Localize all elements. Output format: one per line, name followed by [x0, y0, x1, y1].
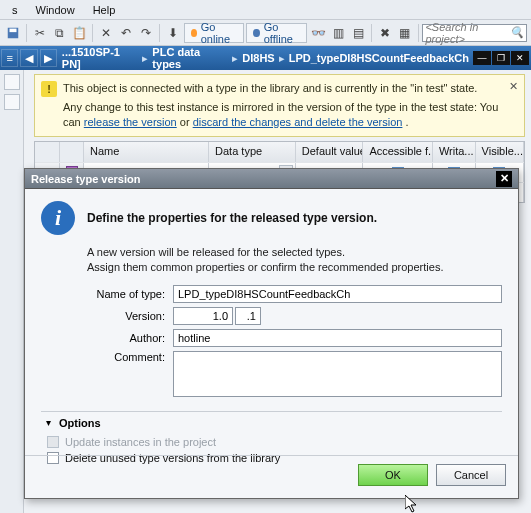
warning-end: . — [405, 116, 408, 128]
dialog-close-icon[interactable]: ✕ — [496, 171, 512, 187]
crumb-di8hs[interactable]: DI8HS — [238, 52, 278, 64]
menu-item-s[interactable]: s — [4, 2, 26, 18]
window-close-icon[interactable]: ✕ — [511, 51, 529, 65]
ok-button[interactable]: OK — [358, 464, 428, 486]
version-major-field[interactable] — [173, 307, 233, 325]
name-of-type-field[interactable] — [173, 285, 502, 303]
nav-back-icon[interactable]: ◀ — [20, 49, 37, 67]
main-toolbar: ✂ ⧉ 📋 ✕ ↶ ↷ ⬇ Go online Go offline 👓 ▥ ▤… — [0, 20, 531, 46]
tool-copy-icon[interactable]: ⧉ — [51, 22, 69, 44]
tool-download-icon[interactable]: ⬇ — [164, 22, 182, 44]
col-name[interactable]: Name — [84, 142, 209, 162]
col-default[interactable]: Default value — [296, 142, 364, 162]
toolstrip-btn-1[interactable] — [4, 74, 20, 90]
dialog-title-text: Release type version — [31, 173, 140, 185]
label-author: Author: — [87, 332, 173, 344]
label-comment: Comment: — [87, 351, 173, 363]
tool-grid-icon[interactable]: ▦ — [396, 22, 414, 44]
toolstrip-btn-2[interactable] — [4, 94, 20, 110]
nav-fwd-icon[interactable]: ▶ — [40, 49, 57, 67]
crumb-type[interactable]: LPD_typeDI8HSCountFeedbackCh — [285, 52, 473, 64]
author-field[interactable] — [173, 329, 502, 347]
svg-rect-1 — [9, 28, 16, 32]
dialog-heading: Define the properties for the released t… — [87, 211, 377, 225]
dialog-sub2: Assign them common properties or confirm… — [87, 260, 502, 275]
options-title: Options — [59, 417, 101, 429]
go-online-label: Go online — [201, 21, 238, 45]
tool-save-icon[interactable] — [4, 22, 22, 44]
menu-bar: s Window Help — [0, 0, 531, 20]
warning-icon: ! — [41, 81, 57, 97]
go-online-button[interactable]: Go online — [184, 23, 245, 43]
info-icon: i — [41, 201, 75, 235]
grid-header: Name Data type Default value Accessible … — [35, 142, 524, 162]
window-restore-icon[interactable]: ❐ — [492, 51, 510, 65]
window-minimize-icon[interactable]: — — [473, 51, 491, 65]
col-writable[interactable]: Writa... — [433, 142, 476, 162]
chevron-down-icon: ▾ — [41, 416, 55, 430]
label-version: Version: — [87, 310, 173, 322]
warning-banner: ! ✕ This object is connected with a type… — [34, 74, 525, 137]
tool-delete-icon[interactable]: ✕ — [97, 22, 115, 44]
checkbox-update-instances — [47, 436, 59, 448]
dialog-titlebar[interactable]: Release type version ✕ — [25, 169, 518, 189]
col-type[interactable]: Data type — [209, 142, 296, 162]
release-type-dialog: Release type version ✕ i Define the prop… — [24, 168, 519, 499]
tool-redo-icon[interactable]: ↷ — [137, 22, 155, 44]
tool-cross-icon[interactable]: ✖ — [376, 22, 394, 44]
search-input[interactable]: <Search in project> 🔍 — [422, 24, 527, 42]
go-offline-label: Go offline — [264, 21, 301, 45]
link-release-version[interactable]: release the version — [84, 116, 177, 128]
menu-item-help[interactable]: Help — [85, 2, 124, 18]
crumb-device[interactable]: ...1510SP-1 PN] — [58, 46, 143, 70]
cancel-button[interactable]: Cancel — [436, 464, 506, 486]
warning-line1: This object is connected with a type in … — [63, 81, 516, 96]
nav-menu-icon[interactable]: ≡ — [1, 49, 18, 67]
option-update-instances: Update instances in the project — [47, 434, 496, 450]
menu-item-window[interactable]: Window — [28, 2, 83, 18]
comment-field[interactable] — [173, 351, 502, 397]
version-minor-field[interactable] — [235, 307, 261, 325]
tool-cut-icon[interactable]: ✂ — [31, 22, 49, 44]
dialog-sub1: A new version will be released for the s… — [87, 245, 502, 260]
col-accessible[interactable]: Accessible f... — [363, 142, 433, 162]
breadcrumb-bar: ≡ ◀ ▶ ...1510SP-1 PN]▸ PLC data types▸ D… — [0, 46, 531, 70]
link-discard-changes[interactable]: discard the changes and delete the versi… — [193, 116, 403, 128]
go-offline-button[interactable]: Go offline — [246, 23, 307, 43]
tool-undo-icon[interactable]: ↶ — [117, 22, 135, 44]
col-visible[interactable]: Visible... — [476, 142, 524, 162]
label-name: Name of type: — [87, 288, 173, 300]
tool-extra1-icon[interactable]: ▥ — [329, 22, 347, 44]
tool-extra2-icon[interactable]: ▤ — [349, 22, 367, 44]
search-placeholder: <Search in project> — [425, 21, 510, 45]
search-icon: 🔍 — [510, 26, 524, 39]
left-toolstrip — [0, 70, 24, 513]
warning-close-icon[interactable]: ✕ — [506, 79, 520, 93]
warning-mid: or — [180, 116, 193, 128]
crumb-plc-data-types[interactable]: PLC data types — [148, 46, 232, 70]
tool-paste-icon[interactable]: 📋 — [70, 22, 88, 44]
tool-monitor-icon[interactable]: 👓 — [309, 22, 327, 44]
options-section-header[interactable]: ▾ Options — [41, 411, 502, 430]
